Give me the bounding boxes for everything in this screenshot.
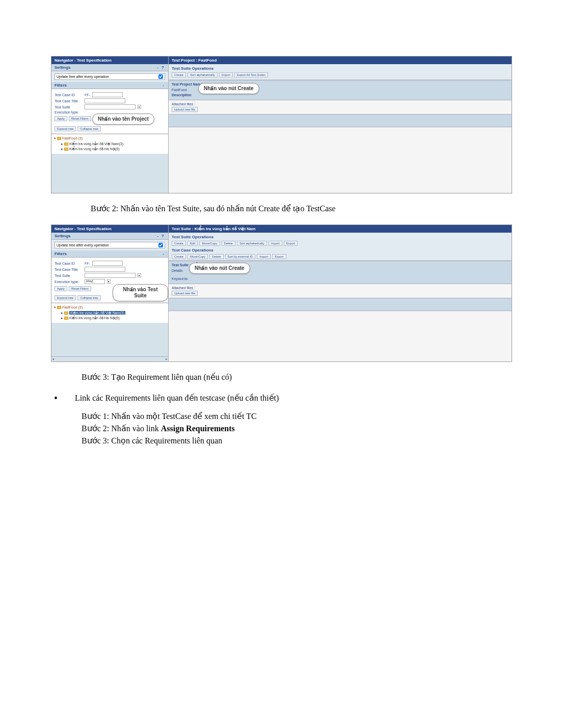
dropdown-icon[interactable]: ▾ <box>138 105 141 109</box>
dropdown-icon[interactable]: ▾ <box>107 279 111 284</box>
nav-tree[interactable]: ▾ FastFood (3) ▸ Kiểm tra vùng bản đồ Vi… <box>51 303 168 323</box>
expand-button[interactable]: Expand tree <box>55 295 76 300</box>
collapse-icon[interactable]: - <box>163 83 165 88</box>
settings-text: Update tree after every operation <box>57 243 158 247</box>
attached-label: Attached files : <box>172 102 508 106</box>
tc-delete-button[interactable]: Delete <box>209 254 223 259</box>
callout-right: Nhấn vào nút Create <box>198 83 259 94</box>
collapse-icon[interactable]: - <box>163 251 165 256</box>
exec-select[interactable]: [Any] <box>85 279 105 284</box>
settings-header[interactable]: Settings - ? <box>51 233 168 240</box>
tree-root[interactable]: ▾ FastFood (3) <box>54 136 166 142</box>
tc-create-button[interactable]: Create <box>172 254 186 259</box>
steps-block: Bước 1: Nhấn vào một TestCase để xem chi… <box>82 410 512 447</box>
folder-icon <box>57 137 61 140</box>
tc-sortext-button[interactable]: Sort by external ID <box>225 254 256 259</box>
step-line: Bước 2: Nhấn vào link Assign Requirement… <box>82 423 512 435</box>
import-button[interactable]: Import <box>219 72 233 77</box>
scroll-left-icon[interactable]: ◂ <box>52 357 54 361</box>
folder-icon <box>64 312 68 315</box>
folder-icon <box>64 148 68 151</box>
tc-export-button[interactable]: Export <box>272 254 286 259</box>
folder-icon <box>57 306 61 309</box>
attached-label: Attached files : <box>172 286 508 290</box>
reset-button[interactable]: Reset Filters <box>69 116 91 121</box>
ops-title: Test Suite Operations <box>172 66 508 71</box>
apply-button[interactable]: Apply <box>55 286 67 291</box>
settings-text: Update tree after every operation <box>57 75 158 78</box>
filters-header[interactable]: Filters - <box>51 250 168 258</box>
tsuite-input[interactable] <box>85 273 136 278</box>
collapse-icon[interactable]: - ? <box>157 234 165 238</box>
callout-right: Nhấn vào nút Create <box>189 263 250 274</box>
ts-sort-button[interactable]: Sort alphabetically <box>237 241 267 246</box>
tree-root[interactable]: ▾ FastFood (3) <box>54 305 166 311</box>
create-button[interactable]: Create <box>172 72 186 77</box>
callout-left: Nhấn vào tên Project <box>92 114 154 125</box>
reset-button[interactable]: Reset Filters <box>69 286 91 291</box>
bullet-item: • Link các Requirements liên quan đến te… <box>51 393 512 403</box>
collapse-icon[interactable]: - ? <box>157 65 165 70</box>
ts-ops-title: Test Suite Operations <box>172 235 508 239</box>
tc-ops-title: Test Case Operations <box>172 248 508 253</box>
screenshot-step2: Navigator - Test Specification Settings … <box>51 225 512 362</box>
tree-item[interactable]: ▸ Kiểm tra vùng bản đồ Hà Nội(0) <box>54 147 166 152</box>
step-line: Bước 1: Nhấn vào một TestCase để xem chi… <box>82 410 512 423</box>
apply-button[interactable]: Apply <box>55 116 67 121</box>
tree-item-selected[interactable]: ▸ Kiểm tra vùng bản đồ Việt Nam(3) <box>54 311 166 316</box>
caption-step2: Bước 2: Nhấn vào tên Test Suite, sau đó … <box>91 204 512 213</box>
tcid-input[interactable] <box>92 261 123 266</box>
upload-button[interactable]: Upload new file <box>172 291 198 296</box>
tree-item[interactable]: ▸ Kiểm tra vùng bản đồ Việt Nam(3) <box>54 142 166 147</box>
folder-icon <box>64 143 68 146</box>
scroll-right-icon[interactable]: ▸ <box>166 357 167 361</box>
caption-step3: Bước 3: Tạo Requirement liên quan (nếu c… <box>82 372 512 382</box>
nav-tree[interactable]: ▾ FastFood (3) ▸ Kiểm tra vùng bản đồ Vi… <box>51 134 168 154</box>
dropdown-icon[interactable]: ▾ <box>138 273 141 277</box>
export-button[interactable]: Export All Test Suites <box>234 72 268 77</box>
tctitle-input[interactable] <box>85 267 125 272</box>
tc-move-button[interactable]: Move/Copy <box>187 254 208 259</box>
collapse-button[interactable]: Collapse tree <box>77 295 100 300</box>
nav-title: Navigator - Test Specification <box>51 225 168 233</box>
tctitle-input[interactable] <box>85 98 125 103</box>
navigator-panel: Navigator - Test Specification Settings … <box>51 57 169 193</box>
ts-create-button[interactable]: Create <box>172 241 186 246</box>
nav-title: Navigator - Test Specification <box>51 57 168 64</box>
bullet-icon: • <box>54 393 58 403</box>
tc-import-button[interactable]: Import <box>257 254 271 259</box>
upload-button[interactable]: Upload new file <box>172 107 198 112</box>
settings-header[interactable]: Settings - ? <box>51 64 168 71</box>
ts-edit-button[interactable]: Edit <box>187 241 198 246</box>
content-title: Test Project : FastFood <box>169 57 512 64</box>
tcid-input[interactable] <box>92 92 123 97</box>
folder-icon <box>64 317 68 320</box>
collapse-button[interactable]: Collapse tree <box>77 126 100 131</box>
filters-header[interactable]: Filters - <box>51 82 168 89</box>
content-panel: Test Project : FastFood Test Suite Opera… <box>169 57 512 193</box>
tree-item[interactable]: ▸ Kiểm tra vùng bản đồ Hà Nội(0) <box>54 316 166 321</box>
expand-button[interactable]: Expand tree <box>55 126 76 131</box>
step-line: Bước 3: Chọn các Requirements liên quan <box>82 435 512 447</box>
screenshot-step1: Navigator - Test Specification Settings … <box>51 56 512 193</box>
ts-import-button[interactable]: Import <box>269 241 282 246</box>
navigator-panel: Navigator - Test Specification Settings … <box>51 225 169 361</box>
tsuite-input[interactable] <box>85 104 136 109</box>
update-tree-checkbox[interactable] <box>158 74 163 79</box>
content-panel: Test Suite : Kiểm tra vùng bản đồ Việt N… <box>169 225 512 361</box>
ts-export-button[interactable]: Export <box>284 241 298 246</box>
ts-delete-button[interactable]: Delete <box>222 241 235 246</box>
update-tree-checkbox[interactable] <box>158 243 163 247</box>
content-title: Test Suite : Kiểm tra vùng bản đồ Việt N… <box>169 225 512 233</box>
callout-left: Nhấn vào Test Suite <box>113 284 168 301</box>
ts-move-button[interactable]: Move/Copy <box>199 241 220 246</box>
sort-button[interactable]: Sort alphabetically <box>187 72 218 77</box>
